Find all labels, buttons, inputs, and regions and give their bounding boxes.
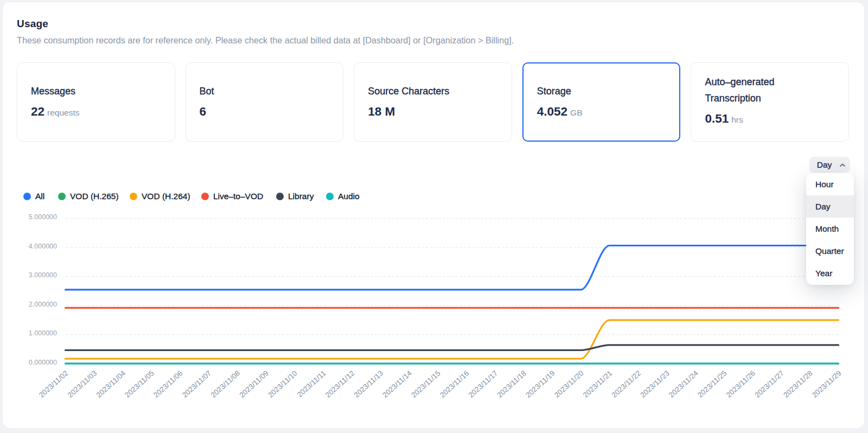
svg-text:4.000000: 4.000000 — [29, 243, 57, 250]
svg-text:5.000000: 5.000000 — [29, 213, 57, 221]
svg-text:3.000000: 3.000000 — [29, 271, 57, 279]
svg-text:2023/11/18: 2023/11/18 — [495, 369, 528, 399]
svg-text:2023/11/27: 2023/11/27 — [753, 369, 786, 399]
svg-text:2023/11/20: 2023/11/20 — [553, 369, 585, 399]
svg-text:2023/11/26: 2023/11/26 — [725, 369, 757, 399]
svg-text:2023/11/12: 2023/11/12 — [324, 369, 356, 399]
svg-text:2023/11/19: 2023/11/19 — [524, 369, 557, 399]
svg-text:2.000000: 2.000000 — [29, 301, 57, 308]
svg-text:2023/11/14: 2023/11/14 — [381, 369, 413, 399]
svg-text:1.000000: 1.000000 — [29, 329, 57, 337]
svg-text:2023/11/15: 2023/11/15 — [410, 369, 442, 399]
svg-text:2023/11/09: 2023/11/09 — [238, 369, 270, 399]
svg-text:2023/11/04: 2023/11/04 — [95, 369, 127, 399]
svg-text:2023/11/22: 2023/11/22 — [610, 369, 643, 399]
svg-text:2023/11/25: 2023/11/25 — [696, 369, 729, 399]
svg-text:2023/11/06: 2023/11/06 — [152, 369, 184, 399]
svg-text:2023/11/08: 2023/11/08 — [209, 369, 242, 399]
svg-text:2023/11/07: 2023/11/07 — [181, 369, 213, 399]
svg-text:2023/11/03: 2023/11/03 — [66, 369, 99, 399]
svg-text:2023/11/10: 2023/11/10 — [266, 369, 299, 399]
svg-text:2023/11/24: 2023/11/24 — [667, 369, 700, 399]
svg-text:2023/11/11: 2023/11/11 — [296, 369, 328, 399]
svg-text:2023/11/23: 2023/11/23 — [639, 369, 671, 399]
svg-text:2023/11/29: 2023/11/29 — [810, 369, 843, 399]
svg-text:2023/11/16: 2023/11/16 — [438, 369, 471, 399]
svg-text:2023/11/02: 2023/11/02 — [37, 369, 70, 399]
svg-text:0.000000: 0.000000 — [29, 359, 57, 366]
svg-text:2023/11/13: 2023/11/13 — [353, 369, 385, 399]
svg-text:2023/11/21: 2023/11/21 — [582, 369, 614, 399]
svg-text:2023/11/17: 2023/11/17 — [467, 369, 500, 399]
svg-text:2023/11/05: 2023/11/05 — [123, 369, 156, 399]
svg-text:2023/11/28: 2023/11/28 — [782, 369, 814, 399]
